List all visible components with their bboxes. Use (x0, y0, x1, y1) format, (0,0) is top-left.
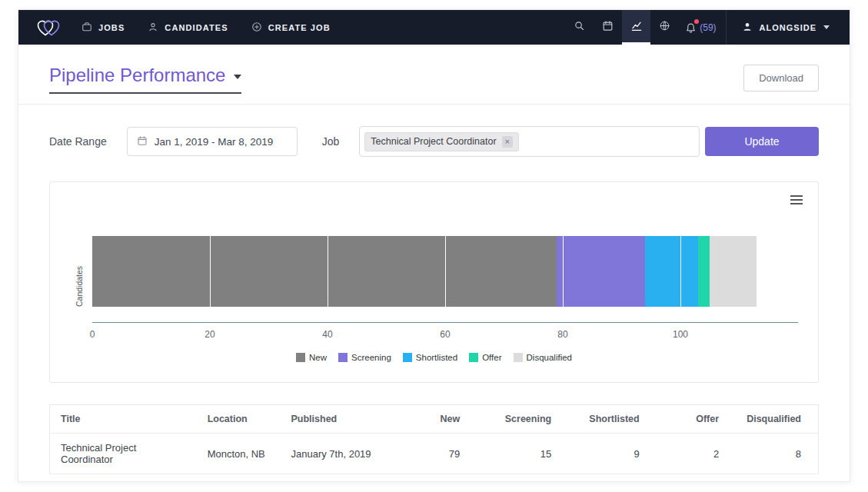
legend-swatch (403, 353, 412, 362)
column-header: Published (281, 405, 409, 434)
x-tick-label: 60 (440, 329, 450, 340)
table-header-row: TitleLocationPublishedNewScreeningShortl… (50, 405, 819, 434)
calendar-icon (137, 135, 148, 148)
table-body: Technical Project CoordinatorMoncton, NB… (50, 434, 819, 474)
pipeline-table: TitleLocationPublishedNewScreeningShortl… (49, 404, 819, 474)
navbar-left: JOBS CANDIDATES CREATE JOB (18, 10, 354, 45)
table-cell: Moncton, NB (197, 434, 281, 474)
report-title-dropdown[interactable]: Pipeline Performance (49, 65, 241, 94)
app-frame: JOBS CANDIDATES CREATE JOB (18, 9, 850, 482)
nav-item-label: CANDIDATES (165, 23, 228, 32)
date-range-input[interactable]: Jan 1, 2019 - Mar 8, 2019 (127, 127, 298, 156)
nav-item-candidates[interactable]: CANDIDATES (148, 22, 228, 34)
nav-item-create-job[interactable]: CREATE JOB (251, 22, 331, 34)
pipeline-chart-card: Candidates 020406080100 NewScreeningShor… (49, 181, 819, 383)
globe-button[interactable] (650, 10, 679, 45)
filter-bar: Date Range Jan 1, 2019 - Mar 8, 2019 Job… (18, 105, 850, 157)
legend-label: Shortlisted (416, 353, 457, 362)
search-icon (574, 20, 585, 35)
bar-segment-offer[interactable] (698, 236, 710, 307)
alongside-logo-icon[interactable] (35, 17, 62, 38)
page-header: Pipeline Performance Download (18, 45, 850, 94)
navbar-right: (59) ALONGSIDE (565, 10, 850, 45)
table-cell: January 7th, 2019 (281, 434, 409, 474)
download-button[interactable]: Download (743, 65, 819, 91)
date-range-value: Jan 1, 2019 - Mar 8, 2019 (155, 136, 274, 148)
update-button[interactable]: Update (705, 127, 819, 156)
legend-item-new[interactable]: New (296, 353, 327, 362)
person-icon (148, 22, 158, 34)
bar-segment-disqualified[interactable] (710, 236, 757, 307)
bell-icon (685, 22, 697, 33)
top-navbar: JOBS CANDIDATES CREATE JOB (18, 10, 850, 45)
globe-icon (659, 20, 670, 35)
notification-dot (694, 19, 699, 24)
column-header: Shortlisted (568, 405, 656, 434)
column-header: Title (50, 405, 197, 434)
line-chart-icon (630, 20, 643, 35)
table-cell: Technical Project Coordinator (50, 434, 197, 474)
plus-circle-icon (251, 22, 262, 34)
table-row[interactable]: Technical Project CoordinatorMoncton, NB… (50, 434, 819, 474)
legend-swatch (296, 353, 305, 362)
job-label: Job (322, 135, 340, 148)
chevron-down-icon (823, 25, 830, 29)
legend-swatch (338, 353, 348, 362)
job-tag-label: Technical Project Coordinator (371, 136, 496, 147)
gridline (563, 198, 564, 322)
notifications-button[interactable]: (59) (679, 10, 725, 45)
calendar-button[interactable] (594, 10, 622, 45)
x-tick-label: 40 (322, 329, 332, 340)
column-header: Location (197, 405, 281, 434)
gridline (680, 198, 681, 322)
table-cell: 2 (657, 434, 736, 474)
table-cell: 15 (477, 434, 568, 474)
table-cell: 79 (408, 434, 477, 474)
page-title: Pipeline Performance (49, 65, 225, 86)
x-tick-label: 100 (673, 329, 688, 340)
reports-button[interactable] (622, 10, 650, 45)
search-button[interactable] (565, 10, 594, 45)
column-header: New (408, 405, 477, 434)
job-select-input[interactable]: Technical Project Coordinator × (359, 126, 700, 157)
remove-tag-icon[interactable]: × (502, 136, 513, 148)
account-label: ALONGSIDE (760, 23, 816, 32)
bar-segment-screening[interactable] (557, 236, 645, 307)
legend-label: New (309, 353, 327, 362)
legend-item-screening[interactable]: Screening (338, 353, 391, 362)
nav-item-label: CREATE JOB (268, 23, 331, 32)
nav-item-jobs[interactable]: JOBS (81, 22, 125, 34)
x-tick-label: 0 (90, 329, 95, 340)
briefcase-icon (81, 22, 92, 34)
y-axis-label: Candidates (75, 236, 84, 307)
table-cell: 8 (736, 434, 818, 474)
legend-item-shortlisted[interactable]: Shortlisted (403, 353, 457, 362)
column-header: Offer (657, 405, 736, 434)
legend-item-offer[interactable]: Offer (469, 353, 501, 362)
bar-segment-new[interactable] (92, 236, 557, 307)
gridline (445, 198, 446, 322)
job-tag[interactable]: Technical Project Coordinator × (364, 132, 519, 151)
column-header: Screening (477, 405, 568, 434)
legend-label: Screening (351, 353, 391, 362)
account-menu[interactable]: ALONGSIDE (726, 10, 850, 45)
date-range-label: Date Range (49, 135, 107, 148)
gridline (328, 198, 328, 322)
caret-down-icon (234, 75, 241, 79)
x-tick-label: 80 (557, 329, 567, 340)
plot-area (92, 198, 798, 323)
notification-count: (59) (700, 22, 716, 33)
legend-swatch (514, 353, 523, 362)
x-tick-label: 20 (205, 329, 215, 340)
x-axis-ticks: 020406080100 (92, 329, 798, 341)
legend-item-disqualified[interactable]: Disqualified (514, 353, 572, 362)
gridline (210, 198, 211, 322)
legend-swatch (469, 353, 478, 362)
legend-label: Disqualified (527, 353, 572, 362)
bar-segment-shortlisted[interactable] (645, 236, 698, 307)
chart-legend: NewScreeningShortlistedOfferDisqualified (50, 353, 818, 362)
calendar-icon (602, 20, 614, 35)
column-header: Disqualified (736, 405, 818, 434)
account-person-icon (742, 22, 753, 34)
legend-label: Offer (482, 353, 501, 362)
